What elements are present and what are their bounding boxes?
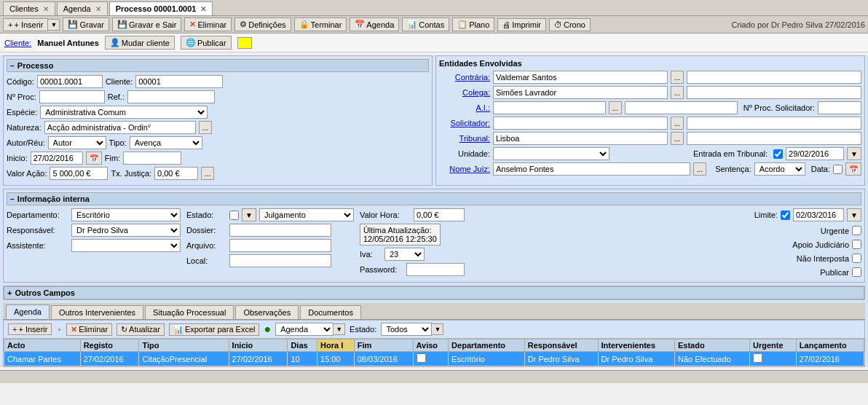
especie-select[interactable]: Administrativa Comum	[40, 106, 208, 119]
eliminar-button[interactable]: ✕ Eliminar	[184, 17, 232, 31]
estado-checkbox[interactable]	[229, 211, 239, 220]
iva-select[interactable]: 23	[384, 248, 425, 261]
tribunal-btn[interactable]: ...	[671, 132, 684, 145]
tx-justica-input[interactable]	[154, 167, 198, 180]
agenda-type-arrow[interactable]: ▼	[334, 323, 345, 335]
tab-agenda-bottom[interactable]: Agenda	[6, 304, 50, 319]
juiz-btn[interactable]: ...	[693, 162, 706, 176]
estado-select[interactable]: Julgamento	[259, 208, 354, 221]
colega-link[interactable]: Colega:	[439, 88, 490, 97]
data-calendar-btn[interactable]: 📅	[845, 162, 861, 176]
tab-agenda-close[interactable]: ✕	[95, 5, 101, 13]
solicitador-btn[interactable]: ...	[671, 117, 684, 130]
colega-btn[interactable]: ...	[671, 86, 684, 99]
gravar-button[interactable]: 💾 Gravar	[63, 17, 109, 31]
ai-input[interactable]	[493, 101, 606, 114]
info-publicar-checkbox[interactable]	[852, 267, 861, 277]
mudar-cliente-button[interactable]: 👤 Mudar cliente	[105, 36, 175, 50]
inserir-arrow[interactable]: ▼	[48, 19, 60, 31]
agenda-type-select[interactable]: Agenda	[275, 323, 334, 336]
nproc-solicitador-input[interactable]	[818, 101, 861, 114]
inicio-calendar-btn[interactable]: 📅	[86, 152, 102, 165]
solicitador-input[interactable]	[493, 117, 668, 130]
tab-clientes[interactable]: Clientes ✕	[3, 1, 55, 15]
processo-header[interactable]: − Processo	[7, 59, 429, 72]
entrada-tribunal-input[interactable]	[786, 147, 844, 160]
colega-input[interactable]	[493, 86, 668, 99]
tab-agenda[interactable]: Agenda ✕	[57, 1, 108, 15]
info-interna-header[interactable]: − Informação interna	[7, 192, 861, 205]
color-box[interactable]	[237, 37, 252, 49]
table-row[interactable]: Chamar Partes27/02/2016CitaçãoPresencial…	[4, 352, 864, 366]
assistente-select[interactable]	[71, 239, 181, 252]
tab-observacoes[interactable]: Observações	[235, 305, 299, 319]
contraria-btn[interactable]: ...	[671, 71, 684, 84]
valor-hora-input[interactable]	[414, 208, 465, 221]
tipo-select[interactable]: Avença	[130, 136, 202, 149]
tab-outros-intervenientes[interactable]: Outros Intervenientes	[51, 305, 143, 319]
limite-input[interactable]	[793, 208, 844, 221]
ai-link[interactable]: A.I.:	[439, 103, 490, 112]
juiz-input[interactable]	[493, 162, 690, 176]
tab-processo-close[interactable]: ✕	[200, 5, 206, 13]
estado-dropdown-btn[interactable]: ▼	[242, 208, 256, 221]
publicar-button[interactable]: 🌐 Publicar	[181, 36, 232, 50]
solicitador-extra-input[interactable]	[687, 117, 861, 130]
agenda-atualizar-btn[interactable]: ↻ Atualizar	[117, 323, 165, 336]
autor-reu-select[interactable]: Autor	[48, 136, 106, 149]
juiz-link[interactable]: Nome Juíz:	[439, 165, 490, 173]
agenda-inserir-btn[interactable]: + + Inserir	[8, 323, 52, 335]
nao-interposta-checkbox[interactable]	[852, 253, 861, 263]
valor-acao-input[interactable]	[50, 167, 108, 180]
responsavel-select[interactable]: Dr Pedro Silva	[71, 224, 181, 237]
limite-dropdown-btn[interactable]: ▼	[847, 208, 861, 221]
tribunal-link[interactable]: Tribunal:	[439, 134, 490, 143]
local-input[interactable]	[229, 254, 331, 267]
contraria-input[interactable]	[493, 71, 668, 84]
contas-button[interactable]: 📊 Contas	[402, 17, 449, 31]
todos-arrow[interactable]: ▼	[432, 323, 443, 335]
solicitador-link[interactable]: Solicitador:	[439, 119, 490, 127]
fim-input[interactable]	[123, 152, 181, 165]
tab-clientes-close[interactable]: ✕	[43, 5, 49, 13]
apoio-judiciario-checkbox[interactable]	[852, 240, 861, 249]
cliente-input[interactable]	[135, 75, 223, 88]
nproc-input[interactable]	[39, 90, 105, 103]
data-checkbox[interactable]	[833, 165, 843, 174]
outros-campos-header[interactable]: + Outros Campos	[4, 286, 864, 299]
contraria-extra-input[interactable]	[687, 71, 861, 84]
entrada-tribunal-dropdown[interactable]: ▼	[847, 147, 861, 160]
ai-btn[interactable]: ...	[609, 101, 622, 114]
plano-button[interactable]: 📋 Plano	[452, 17, 494, 31]
dossier-input[interactable]	[229, 224, 331, 237]
arquivo-input[interactable]	[229, 239, 331, 252]
natureza-input[interactable]	[44, 121, 196, 134]
definicoes-button[interactable]: ⚙ Definições	[234, 17, 291, 31]
inserir-button[interactable]: + + Inserir	[3, 18, 48, 31]
colega-extra-input[interactable]	[687, 86, 861, 99]
todos-select[interactable]: Todos	[381, 323, 432, 336]
sentenca-select[interactable]: Acordo	[754, 162, 805, 176]
ai-extra-input[interactable]	[625, 101, 738, 114]
password-input[interactable]	[406, 263, 465, 276]
unidade-select[interactable]	[493, 147, 609, 160]
gravar-sair-button[interactable]: 💾 Gravar e Sair	[112, 17, 181, 31]
limite-checkbox[interactable]	[781, 211, 790, 220]
agenda-button[interactable]: 📅 Agenda	[350, 17, 399, 31]
contraria-link[interactable]: Contrária:	[439, 73, 490, 82]
tab-documentos[interactable]: Documentos	[300, 305, 361, 319]
tribunal-extra-input[interactable]	[687, 132, 861, 145]
codigo-input[interactable]	[37, 75, 103, 88]
terminar-button[interactable]: 🔒 Terminar	[294, 17, 347, 31]
tribunal-input[interactable]	[493, 132, 668, 145]
agenda-eliminar-btn[interactable]: ✕ Eliminar	[66, 323, 112, 336]
crono-button[interactable]: ⏱ Crono	[549, 18, 591, 31]
agenda-exportar-btn[interactable]: 📊 Exportar para Excel	[169, 323, 260, 336]
natureza-btn[interactable]: ...	[199, 121, 212, 134]
client-link[interactable]: Cliente:	[4, 39, 31, 47]
tx-justica-btn[interactable]: ...	[201, 167, 214, 180]
entrada-tribunal-checkbox[interactable]	[773, 149, 783, 159]
urgente-checkbox[interactable]	[852, 226, 861, 235]
imprimir-button[interactable]: 🖨 Imprimir	[497, 18, 546, 31]
tab-situacao-processual[interactable]: Situação Processual	[145, 305, 234, 319]
